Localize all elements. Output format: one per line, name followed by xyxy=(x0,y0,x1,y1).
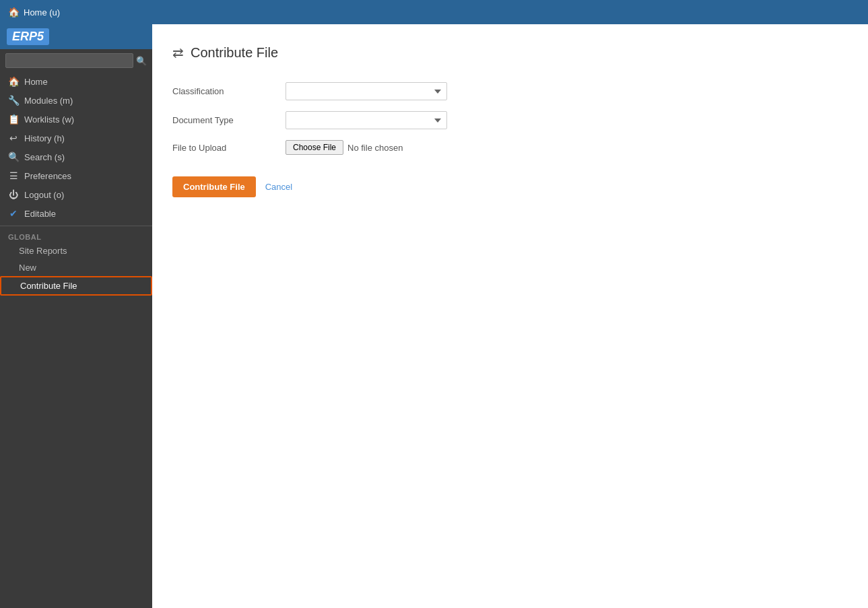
shuffle-icon: ⇄ xyxy=(172,44,184,61)
preferences-icon: ☰ xyxy=(8,170,19,181)
document-type-cell xyxy=(280,106,848,135)
file-to-upload-label: File to Upload xyxy=(172,135,280,160)
sidebar-item-site-reports[interactable]: Site Reports xyxy=(0,242,152,259)
classification-cell xyxy=(280,77,848,106)
sidebar-item-preferences[interactable]: ☰ Preferences xyxy=(0,166,152,185)
top-bar: 🏠 Home (u) xyxy=(0,0,868,24)
search-icon: 🔍 xyxy=(8,151,19,162)
choose-file-button[interactable]: Choose File xyxy=(286,140,343,155)
document-type-row: Document Type xyxy=(172,106,848,135)
logout-icon: ⏻ xyxy=(8,189,19,200)
cancel-button[interactable]: Cancel xyxy=(265,182,292,192)
sidebar-item-label: Home xyxy=(24,77,48,87)
sidebar-search: 🔍 xyxy=(0,49,152,72)
worklists-icon: 📋 xyxy=(8,114,19,125)
sidebar-item-home[interactable]: 🏠 Home xyxy=(0,72,152,91)
sidebar-item-new[interactable]: New xyxy=(0,259,152,276)
no-file-text: No file chosen xyxy=(347,143,403,153)
main-content: ⇄ Contribute File Classification Documen… xyxy=(152,24,868,608)
sidebar-divider xyxy=(0,226,152,226)
history-icon: ↩ xyxy=(8,133,19,143)
sidebar-item-contribute-file[interactable]: Contribute File xyxy=(0,276,152,296)
sidebar-item-worklists[interactable]: 📋 Worklists (w) xyxy=(0,110,152,129)
sidebar-item-search[interactable]: 🔍 Search (s) xyxy=(0,147,152,166)
sidebar-item-label: Editable xyxy=(24,209,56,219)
document-type-select[interactable] xyxy=(286,111,447,129)
home-icon: 🏠 xyxy=(8,76,19,87)
contribute-file-button[interactable]: Contribute File xyxy=(172,176,256,197)
sidebar-item-label: Search (s) xyxy=(24,152,65,162)
sidebar-logo: ERP5 xyxy=(0,24,152,49)
page-title: Contribute File xyxy=(191,45,278,61)
search-button[interactable]: 🔍 xyxy=(136,56,147,66)
sidebar-item-label: Preferences xyxy=(24,171,71,181)
editable-icon: ✔ xyxy=(8,208,19,219)
form-table: Classification Document Type File to Upl… xyxy=(172,77,848,160)
action-buttons: Contribute File Cancel xyxy=(172,176,848,197)
classification-row: Classification xyxy=(172,77,848,106)
sidebar-item-logout[interactable]: ⏻ Logout (o) xyxy=(0,185,152,204)
sidebar-item-label: History (h) xyxy=(24,133,65,143)
sidebar-item-modules[interactable]: 🔧 Modules (m) xyxy=(0,91,152,110)
classification-label: Classification xyxy=(172,77,280,106)
breadcrumb: Home (u) xyxy=(24,7,60,18)
sidebar-item-editable[interactable]: ✔ Editable xyxy=(0,204,152,223)
search-input[interactable] xyxy=(5,53,133,68)
sidebar: ERP5 🔍 🏠 Home 🔧 Modules (m) 📋 Worklists … xyxy=(0,24,152,608)
page-header: ⇄ Contribute File xyxy=(172,44,848,61)
sidebar-item-label: Worklists (w) xyxy=(24,114,74,125)
sidebar-nav: 🏠 Home 🔧 Modules (m) 📋 Worklists (w) ↩ H… xyxy=(0,72,152,223)
sidebar-section-label: GLOBAL xyxy=(0,229,152,242)
file-upload-area: Choose File No file chosen xyxy=(286,140,840,155)
classification-select[interactable] xyxy=(286,82,447,100)
sidebar-item-label: Logout (o) xyxy=(24,190,64,200)
sidebar-item-label: Modules (m) xyxy=(24,96,73,106)
document-type-label: Document Type xyxy=(172,106,280,135)
file-upload-row: File to Upload Choose File No file chose… xyxy=(172,135,848,160)
modules-icon: 🔧 xyxy=(8,95,19,106)
erp5-logo[interactable]: ERP5 xyxy=(7,28,49,45)
file-upload-cell: Choose File No file chosen xyxy=(280,135,848,160)
home-nav-icon: 🏠 xyxy=(8,7,20,18)
sidebar-item-history[interactable]: ↩ History (h) xyxy=(0,129,152,147)
